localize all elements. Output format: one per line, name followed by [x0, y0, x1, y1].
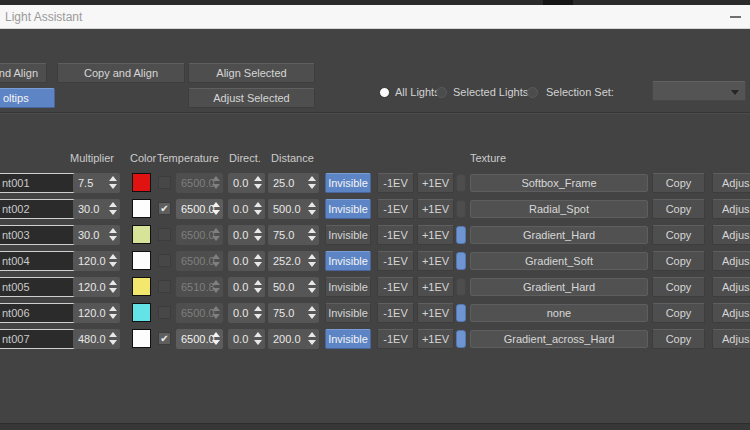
distance-spinner[interactable]: 75.0: [268, 303, 319, 323]
direct-spinner[interactable]: 0.0: [228, 173, 265, 193]
plus-1ev-button[interactable]: +1EV: [417, 329, 454, 349]
spinner-arrows-icon[interactable]: [109, 303, 118, 323]
texture-name-field[interactable]: none: [470, 304, 648, 322]
temperature-spinner[interactable]: 6500.0: [176, 251, 223, 271]
multiplier-spinner[interactable]: 120.0: [73, 303, 120, 323]
temperature-checkbox[interactable]: [158, 254, 171, 267]
adjust-button[interactable]: Adjus: [712, 225, 750, 245]
selection-set-dropdown[interactable]: [652, 81, 746, 101]
spinner-arrows-icon[interactable]: [212, 225, 221, 245]
minus-1ev-button[interactable]: -1EV: [377, 303, 414, 323]
plus-1ev-button[interactable]: +1EV: [417, 173, 454, 193]
spinner-arrows-icon[interactable]: [212, 173, 221, 193]
minus-1ev-button[interactable]: -1EV: [377, 173, 414, 193]
invisible-toggle-button[interactable]: Invisible: [325, 303, 371, 323]
multiplier-spinner[interactable]: 120.0: [73, 277, 120, 297]
spinner-arrows-icon[interactable]: [109, 225, 118, 245]
temperature-spinner[interactable]: 6500.0: [176, 329, 223, 349]
multiplier-spinner[interactable]: 30.0: [73, 225, 120, 245]
minimize-icon[interactable]: [730, 16, 741, 18]
temperature-spinner[interactable]: 6500.0: [176, 303, 223, 323]
temperature-checkbox[interactable]: [158, 202, 171, 215]
invisible-toggle-button[interactable]: Invisible: [325, 173, 371, 193]
temperature-checkbox[interactable]: [158, 176, 171, 189]
invisible-toggle-button[interactable]: Invisible: [325, 329, 371, 349]
spinner-arrows-icon[interactable]: [308, 251, 317, 271]
temperature-checkbox[interactable]: [158, 306, 171, 319]
copy-button[interactable]: Copy: [652, 173, 705, 193]
plus-1ev-button[interactable]: +1EV: [417, 277, 454, 297]
texture-enable-toggle[interactable]: [456, 252, 466, 270]
temperature-spinner[interactable]: 6500.0: [176, 173, 223, 193]
adjust-button[interactable]: Adjus: [712, 303, 750, 323]
adjust-button[interactable]: Adjus: [712, 329, 750, 349]
align-selected-button[interactable]: Align Selected: [188, 63, 315, 83]
plus-1ev-button[interactable]: +1EV: [417, 303, 454, 323]
distance-spinner[interactable]: 50.0: [268, 277, 319, 297]
direct-spinner[interactable]: 0.0: [228, 303, 265, 323]
minus-1ev-button[interactable]: -1EV: [377, 277, 414, 297]
copy-button[interactable]: Copy: [652, 251, 705, 271]
color-swatch[interactable]: [132, 277, 151, 296]
multiplier-spinner[interactable]: 7.5: [73, 173, 120, 193]
plus-1ev-button[interactable]: +1EV: [417, 199, 454, 219]
temperature-checkbox[interactable]: [158, 228, 171, 241]
spinner-arrows-icon[interactable]: [254, 225, 263, 245]
texture-name-field[interactable]: Gradient_across_Hard: [470, 330, 648, 348]
radio-selected-lights[interactable]: [436, 87, 447, 98]
invisible-toggle-button[interactable]: Invisible: [325, 199, 371, 219]
distance-spinner[interactable]: 252.0: [268, 251, 319, 271]
copy-button[interactable]: Copy: [652, 329, 705, 349]
temperature-checkbox[interactable]: [158, 280, 171, 293]
spinner-arrows-icon[interactable]: [212, 251, 221, 271]
copy-button[interactable]: Copy: [652, 225, 705, 245]
temperature-spinner[interactable]: 6500.0: [176, 199, 223, 219]
radio-selection-set-label[interactable]: Selection Set:: [546, 86, 614, 99]
distance-spinner[interactable]: 25.0: [268, 173, 319, 193]
radio-all-lights[interactable]: [379, 87, 390, 98]
color-swatch[interactable]: [132, 251, 151, 270]
texture-name-field[interactable]: Gradient_Hard: [470, 278, 648, 296]
texture-enable-toggle[interactable]: [456, 226, 466, 244]
spinner-arrows-icon[interactable]: [109, 199, 118, 219]
adjust-button[interactable]: Adjus: [712, 277, 750, 297]
texture-name-field[interactable]: Gradient_Hard: [470, 226, 648, 244]
minus-1ev-button[interactable]: -1EV: [377, 251, 414, 271]
spinner-arrows-icon[interactable]: [109, 251, 118, 271]
spinner-arrows-icon[interactable]: [254, 277, 263, 297]
texture-name-field[interactable]: Softbox_Frame: [470, 174, 648, 192]
spinner-arrows-icon[interactable]: [254, 329, 263, 349]
spinner-arrows-icon[interactable]: [212, 329, 221, 349]
direct-spinner[interactable]: 0.0: [228, 199, 265, 219]
texture-enable-toggle[interactable]: [456, 174, 466, 192]
tooltips-toggle-button[interactable]: oltips: [0, 88, 55, 108]
copy-button[interactable]: Copy: [652, 199, 705, 219]
multiplier-spinner[interactable]: 30.0: [73, 199, 120, 219]
distance-spinner[interactable]: 200.0: [268, 329, 319, 349]
direct-spinner[interactable]: 0.0: [228, 329, 265, 349]
copy-and-align-button[interactable]: Copy and Align: [57, 63, 185, 83]
texture-enable-toggle[interactable]: [456, 278, 466, 296]
invisible-toggle-button[interactable]: Invisible: [325, 251, 371, 271]
spinner-arrows-icon[interactable]: [254, 199, 263, 219]
spinner-arrows-icon[interactable]: [109, 173, 118, 193]
radio-selected-lights-label[interactable]: Selected Lights: [453, 86, 528, 99]
spinner-arrows-icon[interactable]: [254, 251, 263, 271]
distance-spinner[interactable]: 500.0: [268, 199, 319, 219]
spinner-arrows-icon[interactable]: [109, 329, 118, 349]
spinner-arrows-icon[interactable]: [308, 199, 317, 219]
temperature-checkbox[interactable]: [158, 332, 171, 345]
copy-button[interactable]: Copy: [652, 303, 705, 323]
texture-enable-toggle[interactable]: [456, 304, 466, 322]
plus-1ev-button[interactable]: +1EV: [417, 225, 454, 245]
spinner-arrows-icon[interactable]: [109, 277, 118, 297]
adjust-button[interactable]: Adjus: [712, 173, 750, 193]
spinner-arrows-icon[interactable]: [212, 277, 221, 297]
direct-spinner[interactable]: 0.0: [228, 225, 265, 245]
multiplier-spinner[interactable]: 480.0: [73, 329, 120, 349]
spinner-arrows-icon[interactable]: [308, 303, 317, 323]
color-swatch[interactable]: [132, 329, 151, 348]
spinner-arrows-icon[interactable]: [308, 277, 317, 297]
spinner-arrows-icon[interactable]: [212, 303, 221, 323]
direct-spinner[interactable]: 0.0: [228, 277, 265, 297]
